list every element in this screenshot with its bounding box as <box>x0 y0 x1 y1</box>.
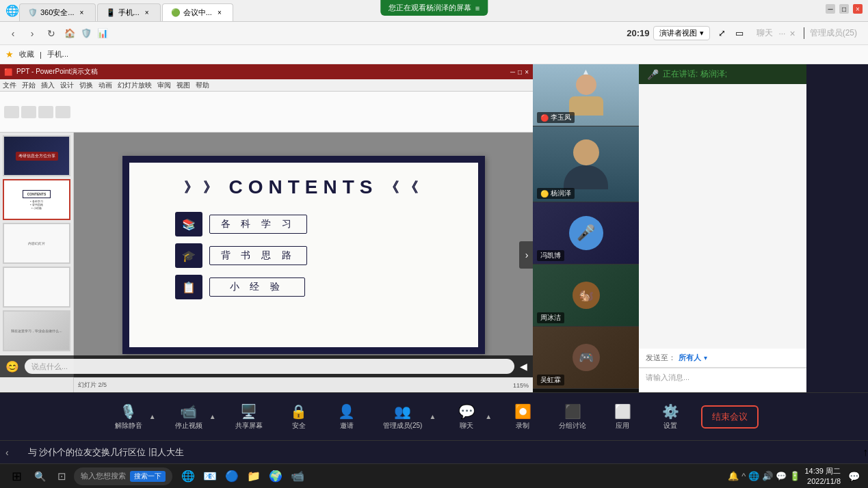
menu-design[interactable]: 设计 <box>60 81 74 90</box>
message-icon[interactable]: 💬 <box>776 471 787 481</box>
taskbar-search-button[interactable]: 搜索一下 <box>130 471 166 482</box>
menu-file[interactable]: 文件 <box>3 81 16 90</box>
stop-video-button[interactable]: 📹 停止视频 <box>170 401 208 433</box>
security-button[interactable]: 🔒 安全 <box>282 401 316 433</box>
chat-collapse-button[interactable]: ◀ <box>520 361 527 372</box>
item-text-3: 小 经 验 <box>209 277 305 297</box>
menu-help[interactable]: 帮助 <box>196 81 209 90</box>
slide-thumb-4[interactable] <box>3 267 70 308</box>
favorites-star-icon: ★ <box>5 49 14 59</box>
close-button[interactable]: × <box>853 4 863 14</box>
slide-thumb-5[interactable]: 我在这里学习，毕业会去做什么... <box>3 310 70 351</box>
favorites-item-2[interactable]: 手机... <box>47 49 68 59</box>
slide-thumb-1[interactable]: 考研信息全方位分享 <box>3 135 70 176</box>
systray-expand[interactable]: ^ <box>741 471 746 481</box>
ppt-menubar: 文件 开始 插入 设计 切换 动画 幻灯片放映 审阅 视图 帮助 <box>0 79 533 92</box>
taskbar-app-meeting[interactable]: 📹 <box>287 467 308 486</box>
taskbar-app-ie[interactable]: 🌐 <box>178 467 198 486</box>
name-text-zhoubjie: 周冰洁 <box>540 313 561 323</box>
slide-thumb-3[interactable]: 内容幻灯片 <box>3 223 70 264</box>
taskbar-app-browser[interactable]: 🌍 <box>265 467 286 486</box>
chat-input-fake[interactable]: 说点什么... <box>25 359 514 374</box>
slide-nav-right[interactable]: › <box>519 241 533 269</box>
tab-active[interactable]: 🟢 会议中... × <box>162 3 233 21</box>
side-by-side-button[interactable]: ▭ <box>732 26 747 41</box>
chat-input-area[interactable]: 请输入消息... <box>639 368 806 392</box>
ppt-tool-3[interactable] <box>38 106 53 118</box>
taskbar-search-bar[interactable]: 输入您想搜索 搜索一下 <box>74 467 172 485</box>
breakout-button[interactable]: ⬛ 分组讨论 <box>553 401 592 433</box>
menu-animation[interactable]: 动画 <box>98 81 112 90</box>
chat-chevron[interactable]: ▲ <box>485 413 492 420</box>
presenter-view-button[interactable]: 演讲者视图 ▾ <box>653 26 710 40</box>
tab-2-close[interactable]: × <box>142 8 152 18</box>
tab-1[interactable]: 🛡️ 360安全... × <box>19 3 96 21</box>
video-chevron[interactable]: ▲ <box>209 413 216 420</box>
ppt-maximize[interactable]: □ <box>518 68 522 76</box>
favorites-item-1[interactable]: 收藏 <box>19 49 34 59</box>
chart-icon[interactable]: 📊 <box>96 27 109 40</box>
manage-button[interactable]: 👥 管理成员(25) <box>378 401 428 433</box>
chat-button[interactable]: 💬 聊天 <box>449 401 484 433</box>
volume-icon[interactable]: 🔊 <box>762 471 773 481</box>
scroll-up-arrow[interactable]: ▲ <box>582 67 590 77</box>
back-button[interactable]: ‹ <box>5 26 21 41</box>
chat-more[interactable]: ··· <box>778 29 785 38</box>
maximize-button[interactable]: □ <box>839 4 849 14</box>
scroll-left-arrow[interactable]: ‹ <box>0 447 14 458</box>
name-badge-fengkaibo: 冯凯博 <box>537 250 564 261</box>
ppt-close[interactable]: × <box>525 68 529 76</box>
slide-5-content: 我在这里学习，毕业会去做什么... <box>8 326 64 336</box>
unmute-chevron[interactable]: ▲ <box>149 413 156 420</box>
clock-time: 14:39 周二 <box>804 466 841 476</box>
slide-thumb-2[interactable]: CONTENTS ▪ 各科学习 ▪ 背书思路 ▪ 小经验 <box>3 179 70 220</box>
toolbar-group-chat: 💬 聊天 ▲ <box>449 401 492 433</box>
taskbar-task-view[interactable]: ⊡ <box>52 467 71 486</box>
fullscreen-button[interactable]: ⤢ <box>714 26 729 41</box>
forward-button[interactable]: › <box>25 26 40 41</box>
invite-button[interactable]: 👤 邀请 <box>330 401 364 433</box>
end-meeting-button[interactable]: 结束会议 <box>701 405 759 429</box>
ppt-tool-4[interactable] <box>55 106 70 118</box>
scroll-up-arrow-right[interactable]: ↑ <box>863 446 868 459</box>
apps-button[interactable]: ⬜ 应用 <box>605 401 640 433</box>
home-icon[interactable]: 🏠 <box>63 27 77 40</box>
menu-home[interactable]: 开始 <box>22 81 36 90</box>
tab-2[interactable]: 📱 手机... × <box>97 3 161 21</box>
manage-members-label[interactable]: 管理成员(25) <box>804 27 857 39</box>
ppt-tool-1[interactable] <box>4 106 19 118</box>
menu-insert[interactable]: 插入 <box>41 81 55 90</box>
menu-transition[interactable]: 切换 <box>79 81 93 90</box>
slide-3-content: 内容幻灯片 <box>28 241 45 245</box>
share-screen-button[interactable]: 🖥️ 共享屏幕 <box>230 401 268 433</box>
tab-1-close[interactable]: × <box>77 8 87 18</box>
notification-icon[interactable]: 🔔 <box>728 471 739 481</box>
shield-icon[interactable]: 🛡️ <box>79 27 93 40</box>
network-icon[interactable]: 🌐 <box>748 471 759 481</box>
send-to-value[interactable]: 所有人 <box>679 353 701 363</box>
menu-review[interactable]: 审阅 <box>157 81 171 90</box>
taskbar-search-icon[interactable]: 🔍 <box>30 467 49 486</box>
ppt-minimize[interactable]: ─ <box>510 68 515 76</box>
menu-view[interactable]: 视图 <box>176 81 190 90</box>
start-button[interactable]: ⊞ <box>5 467 27 486</box>
record-button[interactable]: ⏺️ 录制 <box>505 401 540 433</box>
manage-chevron[interactable]: ▲ <box>429 413 436 420</box>
battery-icon[interactable]: 🔋 <box>789 471 800 481</box>
taskbar-clock[interactable]: 14:39 周二 2022/11/8 <box>804 466 841 486</box>
slide-container: 》》 CONTENTS 《《 📚 各 科 学 习 <box>122 156 485 354</box>
unmute-button[interactable]: 🎙️ 解除静音 <box>109 401 148 433</box>
ppt-tool-2[interactable] <box>21 106 36 118</box>
settings-button[interactable]: ⚙️ 设置 <box>653 401 687 433</box>
taskbar-app-files[interactable]: 📁 <box>244 467 264 486</box>
minimize-button[interactable]: ─ <box>826 4 835 14</box>
tab-active-close[interactable]: × <box>215 8 224 18</box>
taskbar-app-email[interactable]: 📧 <box>200 467 220 486</box>
chat-close[interactable]: × <box>789 28 795 39</box>
taskbar-notification-button[interactable]: 💬 <box>845 467 863 486</box>
meeting-banner-text: 您正在观看杨润泽的屏幕 <box>389 3 471 13</box>
menu-slideshow[interactable]: 幻灯片放映 <box>118 81 152 90</box>
toolbar-group-unmute: 🎙️ 解除静音 ▲ <box>109 401 156 433</box>
refresh-button[interactable]: ↻ <box>44 26 59 41</box>
taskbar-app-edge[interactable]: 🔵 <box>222 467 242 486</box>
